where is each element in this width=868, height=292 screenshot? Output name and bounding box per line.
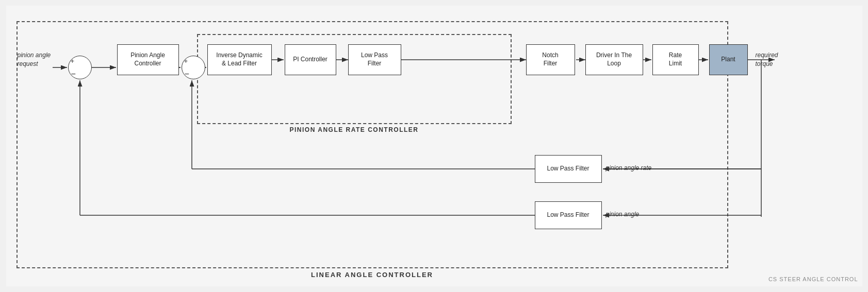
- pinion-angle-request-label: pinion angle request: [18, 51, 51, 68]
- pinion-angle-rate-controller-label: PINION ANGLE RATE CONTROLLER: [290, 126, 419, 133]
- low-pass-filter-2-block: Low Pass Filter: [535, 155, 602, 183]
- low-pass-filter-3-block: Low Pass Filter: [535, 201, 602, 229]
- inverse-dynamic-lead-filter-block: Inverse Dynamic & Lead Filter: [207, 44, 272, 75]
- rate-limit-block: Rate Limit: [652, 44, 699, 75]
- summing-junction-2: + −: [182, 56, 205, 79]
- driver-in-the-loop-block: Driver In The Loop: [585, 44, 643, 75]
- required-torque-label: required torque: [756, 51, 778, 68]
- minus-sign-2: −: [185, 70, 189, 78]
- linear-angle-controller-label: LINEAR ANGLE CONTROLLER: [311, 271, 433, 279]
- notch-filter-block: Notch Filter: [526, 44, 575, 75]
- minus-sign-1: −: [71, 70, 76, 78]
- plant-block: Plant: [709, 44, 748, 75]
- plus-sign-1: +: [71, 57, 75, 65]
- watermark: CS STEER ANGLE CONTROL: [768, 276, 858, 282]
- low-pass-filter-1-block: Low Pass Filter: [348, 44, 401, 75]
- pinion-angle-controller-block: Pinion Angle Controller: [117, 44, 179, 75]
- pi-controller-block: PI Controller: [285, 44, 336, 75]
- pinion-angle-label: pinion angle: [606, 211, 640, 218]
- diagram-container: LINEAR ANGLE CONTROLLER PINION ANGLE RAT…: [6, 6, 862, 286]
- summing-junction-1: + −: [68, 56, 92, 79]
- plus-sign-2: +: [184, 57, 188, 65]
- pinion-angle-rate-label: pinion angle rate: [606, 164, 652, 171]
